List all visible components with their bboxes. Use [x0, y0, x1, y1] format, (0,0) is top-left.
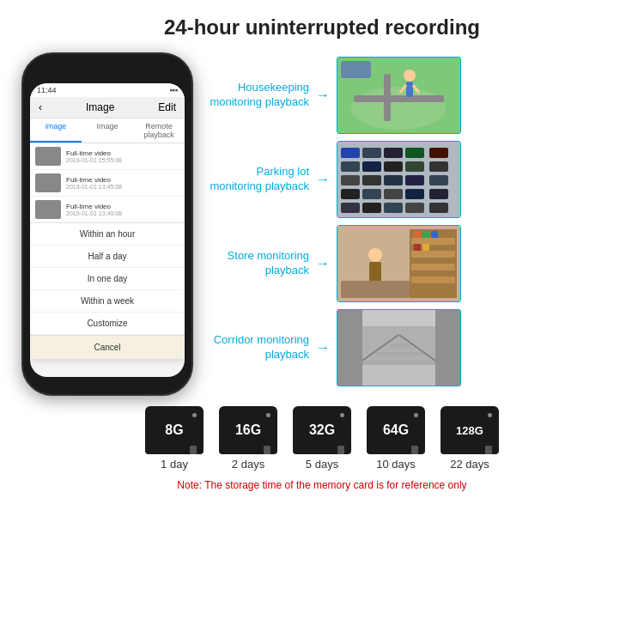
svg-rect-30	[429, 189, 448, 199]
storage-card-128g: 128G 22 days	[440, 406, 499, 471]
monitoring-label-housekeeping: Housekeepingmonitoring playback	[206, 81, 309, 110]
phone-device: 11:44 ▪▪▪ ‹ Image Edit image Image Remot…	[21, 52, 193, 396]
svg-point-1	[351, 87, 446, 130]
svg-rect-3	[384, 74, 391, 121]
phone-dropdown-oneday[interactable]: In one day	[30, 268, 185, 290]
phone-icons: ▪▪▪	[169, 86, 178, 94]
phone-app-title: Image	[86, 101, 114, 113]
phone-item-time-3: 2019-01-01 13:40:08	[66, 210, 122, 216]
svg-rect-35	[429, 203, 448, 213]
svg-rect-45	[431, 231, 438, 238]
svg-rect-2	[354, 95, 444, 102]
phone-item-title-2: Full-time video	[66, 176, 122, 184]
sd-card-label-32g: 32G	[309, 422, 335, 438]
phone-thumb-3	[35, 200, 61, 219]
svg-rect-39	[411, 238, 455, 245]
storage-days-16g: 2 days	[232, 458, 264, 471]
svg-rect-26	[341, 189, 360, 199]
svg-rect-18	[384, 161, 403, 172]
phone-tab-remote[interactable]: Remote playback	[133, 118, 185, 143]
page-title: 24-hour uninterrupted recording	[0, 0, 644, 48]
phone-thumb-1	[35, 147, 61, 166]
svg-rect-56	[362, 361, 435, 365]
svg-rect-54	[435, 309, 461, 386]
phone-back-icon[interactable]: ‹	[39, 101, 42, 113]
storage-days-64g: 10 days	[376, 458, 416, 471]
sd-card-dot-32g	[340, 413, 344, 417]
phone-edit-button[interactable]: Edit	[158, 101, 176, 113]
svg-rect-12	[362, 148, 381, 158]
phone-tab-image2[interactable]: Image	[82, 118, 133, 143]
phone-dropdown-halfday[interactable]: Half a day	[30, 246, 185, 268]
svg-rect-34	[405, 203, 424, 213]
phone-dropdown: Within an hour Half a day In one day Wit…	[30, 223, 185, 359]
svg-rect-57	[369, 356, 429, 361]
storage-cards: 8G 1 day 16G 2 days 32G 5 days 64G 10 da…	[145, 406, 499, 471]
svg-rect-33	[384, 203, 403, 213]
phone-item-time-2: 2019-01-01 13:45:08	[66, 184, 122, 190]
svg-rect-53	[337, 309, 362, 386]
arrow-housekeeping: →	[316, 88, 330, 103]
svg-rect-49	[369, 262, 381, 283]
svg-rect-32	[362, 203, 381, 213]
sd-card-dot-8g	[192, 413, 197, 417]
phone-dropdown-hour[interactable]: Within an hour	[30, 223, 185, 246]
svg-rect-46	[414, 244, 421, 251]
phone-dropdown-customize[interactable]: Customize	[30, 313, 185, 335]
storage-card-16g: 16G 2 days	[219, 406, 277, 471]
storage-card-32g: 32G 5 days	[293, 406, 351, 471]
sd-card-16g: 16G	[219, 406, 277, 454]
monitoring-store: Store monitoringplayback →	[206, 225, 627, 302]
svg-rect-43	[414, 231, 421, 238]
phone-status-bar: 11:44 ▪▪▪	[30, 83, 185, 97]
svg-rect-14	[405, 148, 424, 158]
phone-item-title-1: Full-time video	[66, 149, 122, 157]
phone-dropdown-week[interactable]: Within a week	[30, 290, 185, 313]
svg-rect-42	[411, 276, 455, 283]
svg-rect-22	[362, 175, 381, 185]
svg-rect-23	[384, 175, 403, 185]
svg-rect-40	[411, 251, 455, 258]
svg-rect-21	[341, 175, 360, 185]
svg-point-48	[368, 248, 382, 262]
svg-rect-44	[422, 231, 429, 238]
svg-rect-19	[405, 161, 424, 172]
arrow-parking: →	[316, 172, 330, 187]
monitoring-img-parking	[337, 141, 461, 218]
phone-thumb-2	[35, 173, 61, 192]
monitoring-label-store: Store monitoringplayback	[206, 249, 309, 278]
svg-rect-15	[429, 148, 448, 158]
main-content: 11:44 ▪▪▪ ‹ Image Edit image Image Remot…	[0, 52, 644, 396]
storage-days-128g: 22 days	[450, 458, 489, 471]
sd-card-64g: 64G	[367, 406, 425, 454]
storage-card-8g: 8G 1 day	[145, 406, 204, 471]
svg-rect-59	[383, 348, 417, 352]
svg-rect-17	[362, 161, 381, 172]
phone-notch	[77, 64, 137, 80]
monitoring-img-housekeeping	[337, 57, 461, 134]
svg-rect-31	[341, 203, 360, 213]
phone-item-time-1: 2019-01-01 15:55:08	[66, 157, 122, 163]
svg-rect-20	[429, 161, 448, 172]
sd-card-32g: 32G	[293, 406, 351, 454]
phone-list-item-1: Full-time video 2019-01-01 15:55:08	[30, 143, 185, 170]
phone-list-item-2: Full-time video 2019-01-01 13:45:08	[30, 170, 185, 197]
sd-card-128g: 128G	[440, 406, 499, 454]
monitoring-img-corridor	[337, 309, 461, 386]
svg-rect-28	[384, 189, 403, 199]
sd-card-label-64g: 64G	[383, 422, 409, 438]
phone-item-title-3: Full-time video	[66, 203, 122, 210]
svg-rect-25	[429, 175, 448, 185]
storage-note: Note: The storage time of the memory car…	[177, 479, 466, 491]
svg-rect-13	[384, 148, 403, 158]
storage-days-8g: 1 day	[161, 458, 188, 471]
phone-mockup: 11:44 ▪▪▪ ‹ Image Edit image Image Remot…	[17, 52, 197, 396]
sd-card-label-128g: 128G	[456, 424, 483, 437]
svg-rect-60	[390, 343, 411, 348]
svg-rect-5	[406, 82, 413, 97]
svg-rect-41	[411, 264, 455, 270]
svg-point-4	[404, 70, 416, 82]
phone-tab-image[interactable]: image	[30, 118, 82, 143]
phone-dropdown-cancel[interactable]: Cancel	[30, 335, 185, 359]
sd-card-dot-64g	[414, 413, 418, 417]
